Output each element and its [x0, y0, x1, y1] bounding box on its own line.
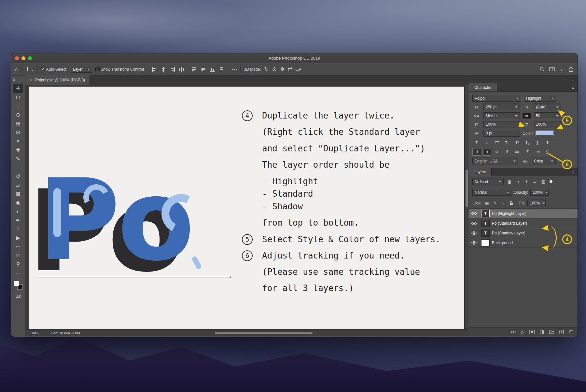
expand-tools-chevron-icon[interactable]: »	[13, 77, 15, 82]
auto-select-toggle[interactable]: ✓ Auto-Select:	[41, 67, 67, 72]
lock-all-icon[interactable]	[509, 201, 514, 205]
kerning-select[interactable]: Metrics	[483, 112, 520, 119]
blend-mode-select[interactable]: Normal	[472, 189, 511, 196]
align-horizontal-centers-button[interactable]	[160, 67, 166, 72]
auto-select-target-select[interactable]: Layer	[71, 66, 92, 73]
underline-button[interactable]: T	[533, 139, 542, 146]
lock-pixels-icon[interactable]: ✎	[492, 201, 498, 205]
align-left-edges-button[interactable]	[151, 67, 157, 72]
horizontal-scrollbar-thumb[interactable]	[215, 332, 313, 334]
filter-pixel-layers-icon[interactable]: ▣	[506, 178, 513, 185]
stylistic-alternates-button[interactable]: aa	[513, 148, 522, 156]
layer-visibility-toggle[interactable]	[469, 228, 479, 238]
close-tab-icon[interactable]: ×	[30, 77, 33, 83]
new-layer-icon[interactable]	[559, 330, 564, 334]
layer-name[interactable]: Po (Shadow Layer)	[492, 231, 525, 235]
pen-tool[interactable]: ✒	[13, 216, 23, 225]
layer-visibility-toggle[interactable]	[469, 218, 479, 228]
minimize-window-button[interactable]	[21, 56, 25, 60]
font-style-select[interactable]: Highlight	[524, 95, 556, 102]
marquee-tool[interactable]: ◻	[13, 93, 23, 102]
healing-brush-tool[interactable]: ✚	[13, 146, 23, 154]
shape-tool[interactable]: ▭	[13, 242, 23, 251]
layer-row-shadow[interactable]: T Po (Shadow Layer)	[469, 228, 578, 238]
tool-preset[interactable]: ✛ ⌄	[25, 66, 34, 72]
all-caps-button[interactable]: TT	[493, 139, 501, 146]
vertical-scrollbar-thumb[interactable]	[466, 170, 468, 207]
gradient-tool[interactable]: ▨	[13, 189, 23, 198]
fill-select[interactable]: 100%	[527, 200, 546, 206]
align-top-edges-button[interactable]	[191, 67, 197, 72]
zoom-tool[interactable]: ⚲	[13, 260, 23, 269]
layer-mask-icon[interactable]	[529, 330, 535, 334]
font-size-select[interactable]: 250 pt	[483, 104, 520, 110]
layer-visibility-toggle[interactable]	[469, 238, 479, 247]
search-icon[interactable]	[540, 67, 545, 72]
auto-select-checkbox[interactable]: ✓	[41, 67, 45, 71]
align-vertical-centers-button[interactable]	[201, 67, 206, 72]
baseline-shift-field[interactable]: 0 pt	[483, 130, 520, 137]
filter-smart-objects-icon[interactable]: ▥	[540, 178, 547, 185]
document-canvas[interactable]: Po 4 5 6 Duplicate the layer twice. (Rig…	[29, 87, 464, 329]
subscript-button[interactable]: T₁	[523, 139, 532, 146]
share-icon[interactable]	[568, 66, 574, 72]
horizontal-scrollbar[interactable]	[85, 329, 469, 336]
document-tab[interactable]: × Poipoi.psd @ 100% (RGB/8)	[25, 75, 90, 85]
layer-thumbnail[interactable]: T	[481, 230, 489, 236]
home-icon[interactable]: ⌂	[15, 66, 18, 72]
3d-roll-icon[interactable]: ⊙	[272, 66, 277, 72]
character-panel-tab[interactable]: Character	[469, 83, 497, 91]
leading-select[interactable]: (Auto)	[534, 104, 561, 110]
frame-tool[interactable]: ⊠	[13, 128, 23, 137]
move-tool[interactable]: ✛	[13, 84, 23, 93]
standard-ligatures-button[interactable]: fi	[472, 148, 481, 156]
layer-thumbnail[interactable]: T	[481, 220, 489, 227]
discretionary-ligatures-button[interactable]: st	[493, 148, 501, 156]
link-layers-icon[interactable]	[511, 330, 516, 334]
show-transform-checkbox[interactable]	[95, 67, 100, 71]
contextual-alternates-button[interactable]: ơ	[482, 148, 491, 156]
eraser-tool[interactable]: ▱	[13, 181, 23, 189]
filter-shape-layers-icon[interactable]: ▱	[531, 178, 538, 185]
text-color-swatch[interactable]	[536, 131, 554, 136]
brush-tool[interactable]: ✎	[13, 154, 23, 163]
strikethrough-button[interactable]: T	[543, 139, 552, 146]
3d-orbit-icon[interactable]: ↻	[264, 66, 269, 72]
small-caps-button[interactable]: Tᴛ	[503, 139, 511, 146]
3d-drag-icon[interactable]: ✥	[280, 66, 285, 72]
layer-name[interactable]: Background	[492, 241, 513, 245]
edit-toolbar-icon[interactable]: ⋯	[13, 269, 23, 277]
filter-toggle-icon[interactable]	[550, 180, 552, 183]
distribute-vertical-button[interactable]	[219, 67, 225, 72]
superscript-button[interactable]: T¹	[513, 139, 522, 146]
font-family-select[interactable]: Poipoi	[472, 95, 521, 102]
horizontal-scale-field[interactable]: 100%	[534, 121, 561, 128]
lock-position-icon[interactable]: ✛	[500, 201, 506, 205]
3d-slide-icon[interactable]: ⇄	[288, 66, 292, 72]
lock-transparency-icon[interactable]: ▦	[484, 201, 490, 205]
close-window-button[interactable]	[15, 56, 19, 60]
swash-button[interactable]: A	[503, 148, 511, 156]
layer-thumbnail[interactable]	[481, 240, 489, 246]
color-swatches[interactable]	[14, 281, 23, 290]
crop-tool[interactable]: ⊞	[13, 119, 23, 128]
fullscreen-window-button[interactable]	[28, 56, 32, 60]
layer-name[interactable]: Po (Standard Layer)	[492, 221, 527, 226]
layer-row-standard[interactable]: T Po (Standard Layer)	[469, 218, 578, 228]
quick-mask-button[interactable]	[16, 294, 21, 298]
fractions-button[interactable]: ½	[543, 148, 552, 156]
ordinals-button[interactable]: 1st	[533, 148, 542, 156]
vertical-scrollbar[interactable]	[464, 85, 469, 329]
faux-bold-button[interactable]: T	[472, 139, 481, 146]
language-select[interactable]: English: USA	[472, 158, 518, 164]
show-transform-toggle[interactable]: Show Transform Controls	[95, 67, 145, 72]
layers-panel-menu-icon[interactable]: ≡	[572, 168, 578, 176]
tracking-select[interactable]: 50	[534, 112, 561, 119]
layer-style-icon[interactable]: fx	[521, 329, 524, 335]
align-right-edges-button[interactable]	[170, 67, 175, 72]
layer-thumbnail[interactable]: T	[481, 210, 489, 217]
layer-filter-select[interactable]: Kind	[472, 178, 504, 185]
character-panel-menu-icon[interactable]: ≡	[572, 83, 578, 91]
anti-alias-select[interactable]: Crisp	[532, 158, 556, 164]
layer-name[interactable]: Po (Highlight Layer)	[492, 211, 526, 216]
